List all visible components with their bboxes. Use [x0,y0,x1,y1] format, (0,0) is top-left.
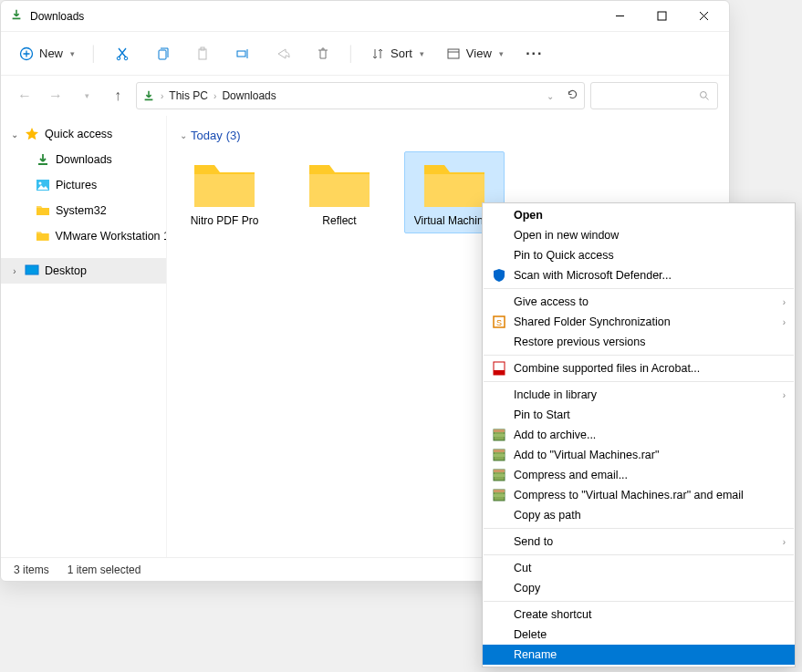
sidebar: ⌄ Quick access Downloads Pictures System… [1,116,167,557]
folder-icon [191,158,258,211]
svg-rect-29 [494,494,505,497]
download-icon [10,8,23,25]
menu-rename[interactable]: Rename [483,645,795,665]
svg-text:S: S [496,318,502,327]
paste-icon[interactable] [186,37,219,70]
search-icon [699,90,710,101]
sidebar-item-system32[interactable]: System32 [1,198,166,223]
folder-item[interactable]: Reflect [289,151,390,233]
maximize-button[interactable] [641,3,682,30]
status-selected: 1 item selected [68,563,141,576]
menu-copy-path[interactable]: Copy as path [483,505,795,525]
address-bar[interactable]: › This PC › Downloads ⌄ [136,82,585,109]
download-icon [36,152,50,167]
menu-pin-quick-access[interactable]: Pin to Quick access [483,245,795,265]
window-title: Downloads [30,10,599,23]
folder-item[interactable]: Nitro PDF Pro [174,151,275,233]
svg-rect-22 [494,450,505,452]
status-item-count: 3 items [14,563,49,576]
folder-name: Nitro PDF Pro [191,214,259,227]
sidebar-quick-access[interactable]: ⌄ Quick access [1,121,166,147]
sort-label: Sort [391,47,412,60]
close-button[interactable] [683,3,724,30]
sidebar-item-desktop[interactable]: › Desktop [1,258,166,284]
menu-create-shortcut[interactable]: Create shortcut [483,605,795,625]
view-label: View [466,47,492,60]
menu-cut[interactable]: Cut [483,558,795,578]
cut-icon[interactable] [106,37,139,70]
group-label: Today [191,129,223,142]
svg-rect-23 [494,454,505,457]
menu-add-rar[interactable]: Add to "Virtual Machines.rar" [483,445,795,465]
group-count: (3) [226,129,241,142]
sidebar-item-pictures[interactable]: Pictures [1,172,166,198]
menu-add-archive[interactable]: Add to archive... [483,425,795,445]
breadcrumb-root[interactable]: This PC [169,89,208,102]
menu-send-to[interactable]: Send to› [483,532,795,552]
chevron-right-icon: › [783,390,786,400]
recent-chevron[interactable]: ▾ [74,83,99,109]
menu-open-new-window[interactable]: Open in new window [483,225,795,245]
menu-scan-defender[interactable]: Scan with Microsoft Defender... [483,265,795,285]
menu-compress-rar-email[interactable]: Compress to "Virtual Machines.rar" and e… [483,485,795,505]
share-icon[interactable] [266,37,299,70]
svg-rect-5 [199,49,206,59]
sidebar-item-downloads[interactable]: Downloads [1,147,166,172]
sort-button[interactable]: Sort▾ [363,43,432,65]
folder-icon [36,203,50,218]
group-header[interactable]: ⌄ Today (3) [180,129,722,142]
sidebar-label: Desktop [45,264,87,277]
menu-give-access[interactable]: Give access to› [483,292,795,312]
folder-icon [421,158,488,211]
menu-delete[interactable]: Delete [483,625,795,645]
minimize-button[interactable] [599,3,640,30]
more-icon[interactable]: ··· [518,37,551,70]
svg-rect-0 [658,12,666,20]
folder-icon [306,158,373,211]
svg-rect-8 [448,49,459,58]
menu-copy[interactable]: Copy [483,578,795,598]
rename-icon[interactable] [226,37,259,70]
breadcrumb-current[interactable]: Downloads [222,89,276,102]
archive-icon [492,448,506,462]
view-button[interactable]: View▾ [439,43,511,65]
chevron-right-icon: › [783,297,786,307]
folder-icon [36,229,49,243]
star-icon [25,127,39,141]
sidebar-item-vmware[interactable]: VMware Workstation 1 [1,223,166,249]
back-button[interactable]: ← [12,83,37,109]
pdf-icon [492,361,506,376]
archive-icon [492,488,506,502]
svg-rect-17 [494,370,505,375]
svg-rect-25 [494,470,505,472]
menu-restore-versions[interactable]: Restore previous versions [483,332,795,352]
menu-include-library[interactable]: Include in library› [483,385,795,405]
new-button[interactable]: New▾ [12,43,82,65]
menu-shared-sync[interactable]: SShared Folder Synchronization› [483,312,795,332]
menu-open[interactable]: Open [483,205,795,225]
search-input[interactable] [590,82,718,109]
refresh-icon[interactable] [567,88,578,103]
svg-rect-26 [494,474,505,477]
svg-rect-7 [237,51,245,57]
shield-icon [492,268,506,283]
svg-rect-4 [159,50,166,59]
toolbar: New▾ │ │ Sort▾ View▾ ··· [1,32,729,76]
menu-pin-start[interactable]: Pin to Start [483,405,795,425]
desktop-icon [25,264,39,278]
up-button[interactable]: ↑ [105,83,130,109]
svg-rect-19 [494,429,505,432]
delete-icon[interactable] [307,37,339,70]
nav-row: ← → ▾ ↑ › This PC › Downloads ⌄ [1,76,729,116]
copy-icon[interactable] [146,37,179,70]
forward-button[interactable]: → [43,83,68,109]
sidebar-label: System32 [56,204,107,217]
new-label: New [39,47,63,60]
svg-rect-20 [494,434,505,437]
svg-rect-28 [494,490,505,492]
menu-combine-acrobat[interactable]: Combine supported files in Acrobat... [483,358,795,378]
folder-name: Reflect [322,214,356,227]
menu-compress-email[interactable]: Compress and email... [483,465,795,485]
history-chevron-icon[interactable]: ⌄ [547,91,554,101]
archive-icon [492,428,506,442]
